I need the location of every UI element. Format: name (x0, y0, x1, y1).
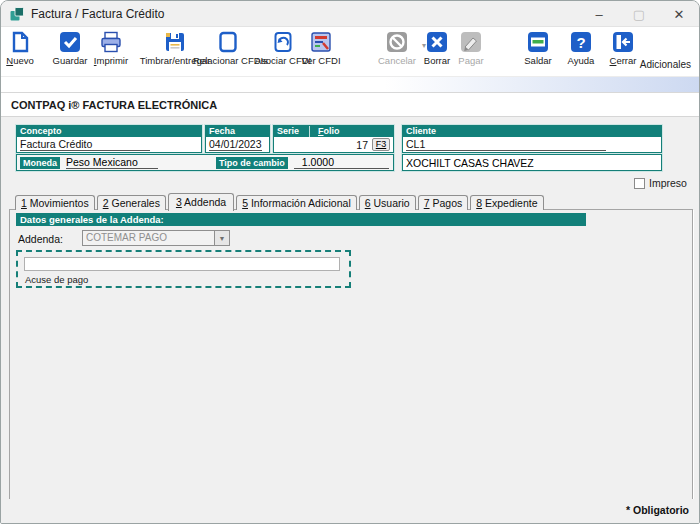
app-header: CONTPAQ i® FACTURA ELECTRÓNICA (1, 93, 699, 117)
view-cfdi-icon (310, 31, 332, 53)
acuse-group: Acuse de pago (16, 250, 351, 288)
folio-value[interactable]: 17 (277, 139, 368, 151)
toolbar: Nuevo Guardar Imprimir (1, 27, 699, 77)
serie-label: Serie (277, 126, 299, 137)
cliente-name-box: XOCHILT CASAS CHAVEZ (402, 154, 662, 171)
footer: * Obligatorio (1, 499, 699, 523)
tab-usuario[interactable]: 6 Usuario (359, 195, 416, 210)
exit-door-icon (612, 31, 634, 53)
pay-pen-icon (460, 31, 482, 53)
svg-text:?: ? (576, 34, 585, 51)
addenda-combobox-value: COTEMAR PAGO (83, 231, 214, 245)
folio-label: Folio (309, 126, 340, 137)
floppy-stamp-icon (164, 31, 186, 53)
impreso-label: Impreso (649, 177, 687, 189)
maximize-button: ▢ (619, 1, 659, 27)
acuse-de-pago-label: Acuse de pago (25, 274, 88, 285)
app-header-title: CONTPAQ i® FACTURA ELECTRÓNICA (11, 99, 217, 111)
imprimir-button[interactable]: Imprimir (76, 31, 146, 66)
cliente-label: Cliente (403, 126, 661, 137)
adicionales-label[interactable]: Adicionales (640, 59, 691, 70)
fecha-field: Fecha 04/01/2023 (205, 125, 270, 153)
new-document-icon (9, 31, 31, 53)
tab-movimientos[interactable]: 1 Movimientos (15, 195, 95, 210)
cliente-field: Cliente CL1 (402, 125, 662, 153)
addenda-combobox: COTEMAR PAGO ▼ (82, 230, 230, 246)
app-icon (9, 6, 25, 22)
serie-folio-field: Serie Folio 17 F3 (273, 125, 394, 153)
tab-pagos[interactable]: 7 Pagos (418, 195, 469, 210)
acuse-de-pago-input[interactable] (24, 257, 340, 271)
tab-expediente[interactable]: 8 Expediente (470, 195, 543, 210)
window-title: Factura / Factura Crédito (31, 7, 164, 21)
addenda-label: Addenda: (18, 233, 63, 245)
factura-window: Factura / Factura Crédito – ▢ ✕ Nuevo Gu… (0, 0, 700, 524)
concepto-field: Concepto Factura Crédito (16, 125, 202, 153)
addenda-tab-pane: Datos generales de la Addenda: Addenda: … (9, 209, 693, 500)
impreso-checkbox-row: Impreso (634, 177, 687, 189)
ver-cfdi-button[interactable]: Ver CFDI (286, 31, 356, 66)
toolbar-strip (1, 77, 699, 93)
title-bar: Factura / Factura Crédito – ▢ ✕ (1, 1, 699, 27)
form-area: Concepto Factura Crédito Fecha 04/01/202… (1, 117, 699, 193)
concepto-value[interactable]: Factura Crédito (20, 138, 150, 151)
moneda-value[interactable]: Peso Mexicano (66, 156, 158, 169)
fecha-value[interactable]: 04/01/2023 (209, 138, 262, 151)
tab-informacion-adicional[interactable]: 5 Información Adicional (236, 195, 357, 210)
tipo-cambio-value[interactable]: 1.0000 (294, 156, 389, 169)
tab-addenda[interactable]: 3 Addenda (168, 193, 234, 211)
minimize-button[interactable]: – (579, 1, 619, 27)
impreso-checkbox[interactable] (634, 178, 645, 189)
tab-strip: 1 Movimientos 2 Generales 3 Addenda 5 In… (15, 192, 546, 210)
moneda-tipocambio-box: Moneda Peso Mexicano Tipo de cambio 1.00… (16, 154, 394, 171)
chevron-down-icon: ▼ (214, 231, 229, 245)
addenda-section-title: Datos generales de la Addenda: (16, 213, 586, 226)
close-button[interactable]: ✕ (659, 1, 699, 27)
fecha-label: Fecha (206, 126, 269, 137)
pagar-button: Pagar (436, 31, 506, 66)
printer-icon (100, 31, 122, 53)
cliente-code-value[interactable]: CL1 (406, 138, 606, 151)
folio-f3-button[interactable]: F3 (372, 138, 390, 151)
tipo-cambio-label: Tipo de cambio (216, 157, 288, 169)
cliente-name-value: XOCHILT CASAS CHAVEZ (406, 157, 534, 169)
tab-generales[interactable]: 2 Generales (97, 195, 166, 210)
concepto-label: Concepto (17, 126, 201, 137)
moneda-label: Moneda (20, 157, 60, 169)
document-outline-icon (217, 31, 239, 53)
obligatorio-note: * Obligatorio (626, 504, 689, 516)
